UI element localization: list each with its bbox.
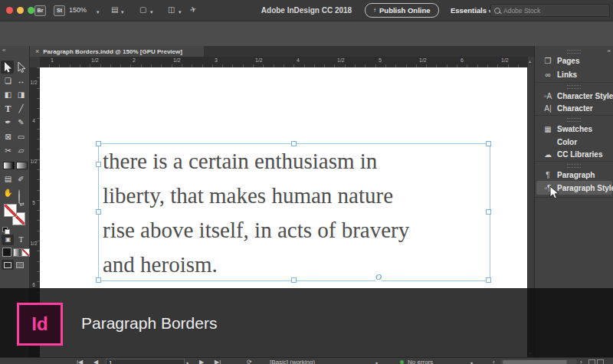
zoom-window-button[interactable] [28, 7, 34, 14]
frame-tool-icon[interactable]: ⊠ [2, 131, 15, 143]
swatches-icon: ▦ [542, 125, 554, 133]
horizontal-ruler[interactable]: 1 1/2 2 1/2 3 1/2 4 1/2 5 1/2 6 1/2 [40, 57, 527, 68]
pen-tool-icon[interactable]: ✒ [2, 116, 15, 129]
panel-group-handle[interactable] [567, 164, 581, 168]
apply-none-button[interactable] [21, 248, 30, 257]
previous-page-button[interactable]: ◀ [93, 359, 98, 364]
panel-item-cc-libraries[interactable]: ☁ CC Libraries [535, 148, 613, 161]
close-tab-icon[interactable]: × [35, 48, 39, 55]
panel-group-handle[interactable] [567, 118, 581, 122]
panel-item-character[interactable]: A| Character [535, 102, 613, 115]
close-window-button[interactable] [6, 7, 13, 14]
adobe-stock-search[interactable]: Adobe Stock [490, 4, 610, 17]
screen-mode-chevron-icon[interactable]: ▾ [150, 8, 153, 17]
indesign-window: Br St 150% ▾ ▤ ▾ ▢ ▾ ◫ ▾ ✈ Adobe InDesig… [0, 0, 613, 364]
document-tab[interactable]: × Paragraph Borders.indd @ 150% [GPU Pre… [29, 46, 204, 57]
note-tool-icon[interactable]: ▤ [2, 173, 15, 185]
horizontal-scrollbar[interactable] [500, 359, 577, 364]
view-options-icon[interactable]: ▤ [111, 5, 118, 15]
bridge-button[interactable]: Br [34, 5, 46, 16]
frame-handle-top-left[interactable] [96, 141, 101, 146]
normal-view-mode-button[interactable] [2, 260, 14, 270]
selection-tool-icon[interactable] [4, 62, 13, 73]
screen-mode-icon[interactable]: ▢ [139, 5, 146, 15]
direct-selection-tool-icon[interactable] [18, 62, 27, 73]
preflight-profile[interactable]: [Basic] (working) [270, 359, 315, 364]
text-frame[interactable]: there is a certain enthusiasm in liberty… [98, 143, 490, 281]
fill-color-swatch[interactable] [4, 204, 17, 217]
zoom-level-select[interactable]: 150% [69, 6, 87, 14]
page-view-icon[interactable] [588, 359, 595, 364]
preflight-chevron-icon[interactable]: ▾ [375, 360, 378, 364]
preview-mode-icon[interactable] [16, 262, 24, 268]
frame-handle-top-right[interactable] [486, 141, 491, 146]
control-panel: X: ▴▾ 1.6 in Y: ▴▾ 4.33 in W: ▴▾ 4.73 in… [0, 21, 613, 47]
rectangle-tool-icon[interactable]: ▭ [15, 131, 28, 143]
frame-in-port[interactable] [96, 162, 101, 167]
status-chevron-icon[interactable]: ▾ [470, 360, 473, 364]
apply-color-button[interactable] [2, 248, 11, 257]
page-tool-icon[interactable]: ❏ [2, 75, 15, 87]
stock-button[interactable]: St [54, 5, 65, 16]
frame-handle-top-center[interactable] [291, 141, 297, 146]
line-tool-icon[interactable]: ╱ [15, 103, 28, 115]
app-bar: Br St 150% ▾ ▤ ▾ ▢ ▾ ◫ ▾ ✈ Adobe InDesig… [0, 0, 613, 21]
last-page-button[interactable]: ▶| [215, 359, 221, 364]
page-number-field[interactable]: 1 [106, 359, 185, 364]
search-icon [494, 8, 500, 14]
view-options-chevron-icon[interactable]: ▾ [121, 8, 124, 17]
preflight-refresh-icon[interactable]: ⟳ [247, 359, 252, 364]
scissors-tool-icon[interactable]: ✂ [2, 145, 15, 157]
arrange-documents-icon[interactable]: ◫ [168, 5, 175, 15]
scroll-up-icon[interactable]: ▴ [529, 58, 531, 64]
gap-tool-icon[interactable]: ↔ [15, 75, 28, 87]
hand-tool-icon[interactable]: ✋ [2, 187, 15, 199]
gradient-feather-tool-icon[interactable] [16, 162, 28, 169]
content-placer-tool-icon[interactable]: ◨ [15, 89, 28, 101]
minimize-window-button[interactable] [17, 7, 24, 14]
gpu-performance-icon[interactable]: ✈ [189, 5, 198, 15]
panel-group-handle[interactable] [567, 85, 581, 89]
panel-item-color[interactable]: Color [535, 136, 613, 149]
free-transform-tool-icon[interactable]: ▱ [15, 145, 28, 157]
collapse-panels-icon[interactable]: « [608, 48, 611, 54]
ruler-origin[interactable] [29, 57, 41, 68]
panel-item-character-styles[interactable]: ▫A Character Styles [535, 90, 613, 103]
publish-online-button[interactable]: ↑ Publish Online [365, 3, 439, 18]
ruler-label: 1/2 [419, 57, 427, 63]
first-page-button[interactable]: |◀ [77, 359, 83, 364]
frame-out-port[interactable]: O [375, 273, 382, 281]
next-page-button[interactable]: ▶ [199, 359, 204, 364]
scroll-right-icon[interactable]: › [580, 359, 582, 364]
collapse-tools-icon[interactable]: « [2, 47, 5, 54]
preflight-status[interactable]: No errors [408, 359, 433, 364]
apply-gradient-button[interactable] [13, 248, 21, 257]
frame-handle-middle-right[interactable] [486, 209, 491, 215]
scrollbar-thumb[interactable] [503, 360, 567, 364]
swap-fill-stroke-icon[interactable]: ⇄ [20, 202, 25, 208]
spread-view-icon[interactable] [597, 359, 604, 364]
pencil-tool-icon[interactable]: ✎ [15, 116, 28, 129]
document-tab-bar: × Paragraph Borders.indd @ 150% [GPU Pre… [29, 46, 534, 57]
page-select-chevron-icon[interactable]: ▾ [186, 360, 188, 364]
zoom-chevron-icon[interactable]: ▾ [97, 8, 100, 17]
eyedropper-tool-icon[interactable]: ✐ [15, 173, 28, 185]
panel-item-paragraph[interactable]: ¶ Paragraph [535, 169, 613, 182]
frame-handle-middle-left[interactable] [96, 209, 101, 215]
scroll-left-icon[interactable]: ‹ [493, 359, 495, 364]
panel-item-swatches[interactable]: ▦ Swatches [535, 123, 613, 136]
workspace-switcher[interactable]: Essentials ▾ [451, 6, 491, 15]
arrange-chevron-icon[interactable]: ▾ [179, 8, 182, 17]
panel-item-links[interactable]: ∞ Links [535, 68, 613, 81]
formatting-affects-text-button[interactable]: T [15, 234, 28, 246]
frame-handle-bottom-left[interactable] [96, 277, 101, 283]
frame-handle-bottom-right[interactable] [486, 277, 491, 283]
panel-item-paragraph-styles[interactable]: ▫¶ Paragraph Styles [535, 182, 613, 195]
panel-group-handle[interactable] [567, 50, 581, 54]
frame-handle-bottom-center[interactable] [291, 277, 297, 283]
formatting-affects-container-button[interactable]: ▣ [2, 234, 14, 245]
gradient-tool-icon[interactable] [3, 162, 15, 169]
type-tool-icon[interactable]: T [2, 103, 15, 115]
content-collector-tool-icon[interactable]: ◧ [2, 89, 15, 101]
panel-item-pages[interactable]: ❐ Pages [535, 54, 613, 67]
